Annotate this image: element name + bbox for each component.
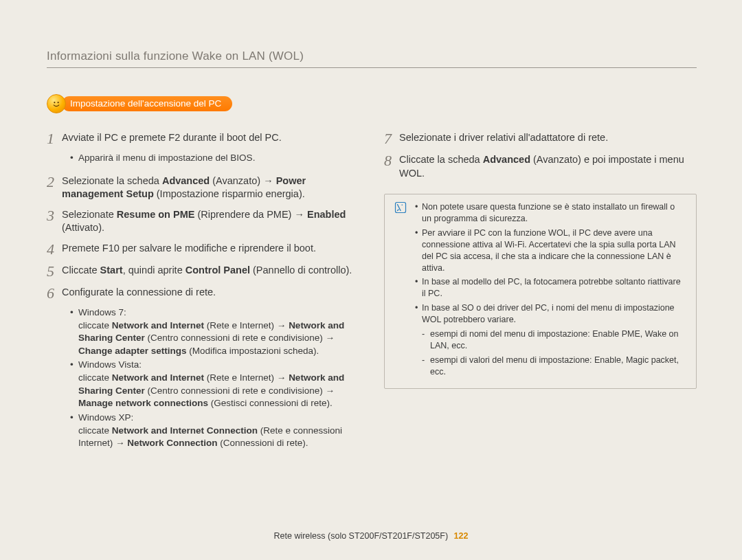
note-box: Non potete usare questa funzione se è st… bbox=[384, 194, 697, 389]
step-number: 8 bbox=[384, 152, 399, 168]
step-sublist: Windows 7:cliccate Network and Internet … bbox=[70, 306, 359, 450]
footer-text: Rete wireless (solo ST200F/ST201F/ST205F… bbox=[274, 531, 449, 541]
note-item: In base al modello del PC, la fotocamera… bbox=[415, 276, 686, 300]
step-text: Premete F10 per salvare le modifiche e r… bbox=[62, 240, 359, 256]
step-text: Avviate il PC e premete F2 durante il bo… bbox=[62, 130, 359, 145]
section-badge: Impostazione dell'accensione del PC bbox=[47, 94, 697, 113]
step-sublist: Apparirà il menu di impostazione del BIO… bbox=[70, 152, 359, 165]
svg-rect-3 bbox=[396, 203, 406, 213]
step-number: 5 bbox=[47, 262, 62, 279]
sub-item: Apparirà il menu di impostazione del BIO… bbox=[70, 152, 359, 165]
sub-item: Windows XP:cliccate Network and Internet… bbox=[70, 412, 359, 450]
note-item: Per avviare il PC con la funzione WOL, i… bbox=[415, 227, 686, 274]
step-text: Selezionate la scheda Advanced (Avanzato… bbox=[62, 173, 359, 201]
note-list: Non potete usare questa funzione se è st… bbox=[415, 201, 686, 380]
page-title: Informazioni sulla funzione Wake on LAN … bbox=[47, 49, 697, 68]
svg-point-2 bbox=[58, 102, 59, 103]
step-number: 4 bbox=[47, 240, 62, 257]
document-page: Informazioni sulla funzione Wake on LAN … bbox=[0, 0, 742, 458]
step: 2Selezionate la scheda Advanced (Avanzat… bbox=[47, 173, 359, 201]
note-item: Non potete usare questa funzione se è st… bbox=[415, 201, 686, 225]
content-columns: 1Avviate il PC e premete F2 durante il b… bbox=[47, 130, 697, 458]
svg-point-0 bbox=[52, 99, 62, 109]
step-text: Configurate la connessione di rete. bbox=[62, 284, 359, 300]
step: 7Selezionate i driver relativi all'adatt… bbox=[384, 130, 697, 146]
step: 4Premete F10 per salvare le modifiche e … bbox=[47, 240, 359, 257]
step: 8Cliccate la scheda Advanced (Avanzato) … bbox=[384, 152, 697, 180]
step-text: Selezionate Resume on PME (Riprendere da… bbox=[62, 207, 359, 235]
note-item: In base al SO o dei driver del PC, i nom… bbox=[415, 302, 686, 377]
step-number: 2 bbox=[47, 173, 62, 190]
note-sublist: esempi di nomi del menu di impostazione:… bbox=[422, 328, 686, 378]
step-text: Selezionate i driver relativi all'adatta… bbox=[399, 130, 697, 145]
step-text: Cliccate Start, quindi aprite Control Pa… bbox=[62, 262, 359, 278]
step: 1Avviate il PC e premete F2 durante il b… bbox=[47, 130, 359, 146]
right-column: 7Selezionate i driver relativi all'adatt… bbox=[384, 130, 697, 458]
note-subitem: esempi di nomi del menu di impostazione:… bbox=[422, 328, 686, 352]
step: 5Cliccate Start, quindi aprite Control P… bbox=[47, 262, 359, 279]
step-text: Cliccate la scheda Advanced (Avanzato) e… bbox=[399, 152, 697, 180]
note-icon bbox=[394, 201, 408, 380]
step-number: 1 bbox=[47, 130, 62, 146]
page-number: 122 bbox=[454, 531, 469, 541]
step-number: 3 bbox=[47, 207, 62, 223]
section-badge-label: Impostazione dell'accensione del PC bbox=[62, 96, 232, 112]
note-subitem: esempi di valori del menu di impostazion… bbox=[422, 355, 686, 378]
page-footer: Rete wireless (solo ST200F/ST201F/ST205F… bbox=[0, 531, 742, 541]
svg-point-1 bbox=[54, 102, 55, 103]
step-number: 6 bbox=[47, 284, 62, 301]
step: 6Configurate la connessione di rete. bbox=[47, 284, 359, 301]
svg-point-4 bbox=[401, 205, 403, 206]
step: 3Selezionate Resume on PME (Riprendere d… bbox=[47, 207, 359, 235]
smiley-icon bbox=[47, 94, 66, 113]
sub-item: Windows 7:cliccate Network and Internet … bbox=[70, 306, 359, 358]
step-number: 7 bbox=[384, 130, 399, 146]
sub-item: Windows Vista:cliccate Network and Inter… bbox=[70, 359, 359, 410]
left-column: 1Avviate il PC e premete F2 durante il b… bbox=[47, 130, 359, 458]
